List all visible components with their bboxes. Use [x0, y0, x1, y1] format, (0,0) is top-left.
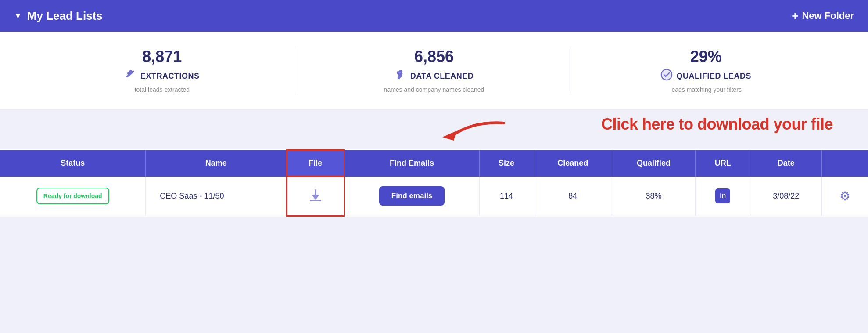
header: ▼ My Lead Lists + New Folder	[0, 0, 868, 32]
linkedin-icon[interactable]: in	[715, 188, 730, 203]
svg-rect-8	[310, 200, 321, 201]
col-status: Status	[0, 150, 146, 177]
stats-panel: 8,871 EXTRACTIONS total leads extracted …	[0, 32, 868, 110]
new-folder-label: New Folder	[802, 10, 854, 22]
stat-extractions: 8,871 EXTRACTIONS total leads extracted	[26, 47, 298, 93]
extractions-number: 8,871	[26, 47, 298, 66]
leads-table: Status Name File Find Emails Size Cleane…	[0, 149, 868, 217]
new-folder-button[interactable]: + New Folder	[792, 9, 854, 23]
col-url: URL	[696, 150, 750, 177]
cleaned-cell: 84	[534, 177, 612, 216]
date-cell: 3/08/22	[750, 177, 822, 216]
cleaned-icon	[395, 69, 407, 83]
file-cell	[287, 177, 344, 216]
click-here-annotation: Click here to download your file	[601, 115, 833, 134]
col-actions	[822, 150, 868, 177]
download-file-button[interactable]	[307, 187, 324, 205]
qualified-icon	[660, 69, 673, 83]
plus-icon: +	[792, 9, 798, 23]
extractions-label: EXTRACTIONS	[140, 72, 200, 81]
settings-icon[interactable]: ⚙	[839, 189, 850, 203]
header-left: ▼ My Lead Lists	[14, 9, 103, 23]
status-badge: Ready for download	[36, 188, 109, 204]
svg-rect-4	[399, 70, 402, 72]
col-find-emails: Find Emails	[344, 150, 479, 177]
size-cell: 114	[479, 177, 534, 216]
download-icon	[307, 187, 324, 203]
col-date: Date	[750, 150, 822, 177]
table-section: Status Name File Find Emails Size Cleane…	[0, 149, 868, 217]
stat-data-cleaned: 6,856 DATA CLEANED names and company nam…	[298, 47, 570, 93]
find-emails-button[interactable]: Find emails	[379, 186, 445, 206]
cleaned-sub: names and company names cleaned	[298, 86, 570, 93]
qualified-number: 29%	[570, 47, 842, 66]
url-cell: in	[696, 177, 750, 216]
find-emails-cell: Find emails	[344, 177, 479, 216]
qualified-cell: 38%	[612, 177, 696, 216]
extractions-icon	[125, 69, 137, 83]
name-cell: CEO Saas - 11/50	[146, 177, 287, 216]
stat-qualified-leads: 29% QUALIFIED LEADS leads matching your …	[570, 47, 842, 93]
qualified-label: QUALIFIED LEADS	[676, 72, 751, 81]
actions-cell: ⚙	[822, 177, 868, 216]
table-header-row: Status Name File Find Emails Size Cleane…	[0, 150, 868, 177]
col-file: File	[287, 150, 344, 177]
page-title: My Lead Lists	[27, 9, 103, 23]
status-cell: Ready for download	[0, 177, 146, 216]
annotation-area: Click here to download your file	[0, 110, 868, 149]
cleaned-number: 6,856	[298, 47, 570, 66]
qualified-sub: leads matching your filters	[570, 86, 842, 93]
table-row: Ready for download CEO Saas - 11/50	[0, 177, 868, 216]
svg-marker-10	[312, 195, 319, 200]
col-cleaned: Cleaned	[534, 150, 612, 177]
col-size: Size	[479, 150, 534, 177]
col-qualified: Qualified	[612, 150, 696, 177]
svg-marker-7	[442, 131, 456, 141]
extractions-sub: total leads extracted	[26, 86, 298, 93]
col-name: Name	[146, 150, 287, 177]
row-name: CEO Saas - 11/50	[160, 192, 224, 200]
collapse-icon[interactable]: ▼	[14, 11, 22, 21]
arrow-annotation	[438, 114, 508, 147]
cleaned-label: DATA CLEANED	[410, 72, 474, 81]
